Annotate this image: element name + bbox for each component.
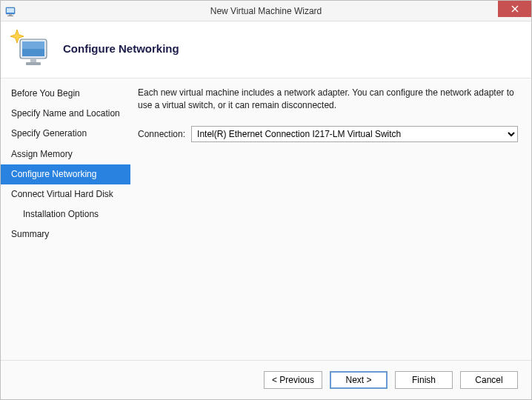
sidebar-item-label: Specify Name and Location: [11, 108, 120, 119]
sidebar-item-assign-memory[interactable]: Assign Memory: [1, 144, 130, 164]
sidebar-item-installation-options[interactable]: Installation Options: [1, 204, 130, 224]
sidebar-item-specify-generation[interactable]: Specify Generation: [1, 124, 130, 144]
footer: < Previous Next > Finish Cancel: [1, 360, 531, 399]
connection-label: Connection:: [138, 129, 185, 139]
finish-button[interactable]: Finish: [395, 371, 453, 389]
svg-rect-1: [7, 8, 14, 13]
sidebar-item-label: Summary: [11, 229, 49, 239]
sidebar-item-specify-name-and-location[interactable]: Specify Name and Location: [1, 104, 130, 124]
sidebar-item-configure-networking[interactable]: Configure Networking: [1, 164, 130, 184]
connection-row: Connection: Intel(R) Ethernet Connection…: [138, 126, 518, 142]
sidebar-item-connect-virtual-hard-disk[interactable]: Connect Virtual Hard Disk: [1, 184, 130, 204]
sidebar-item-label: Connect Virtual Hard Disk: [11, 189, 113, 199]
window-title: New Virtual Machine Wizard: [17, 6, 531, 16]
svg-rect-10: [30, 59, 36, 62]
sidebar-item-label: Configure Networking: [11, 169, 96, 179]
next-button[interactable]: Next >: [330, 371, 388, 389]
titlebar: New Virtual Machine Wizard: [1, 1, 531, 21]
svg-rect-2: [9, 14, 12, 16]
sidebar-item-summary[interactable]: Summary: [1, 224, 130, 244]
svg-rect-11: [26, 62, 41, 65]
cancel-button[interactable]: Cancel: [460, 371, 518, 389]
previous-button[interactable]: < Previous: [264, 371, 322, 389]
sidebar: Before You BeginSpecify Name and Locatio…: [1, 79, 130, 360]
wizard-header: Configure Networking: [1, 21, 531, 79]
description-text: Each new virtual machine includes a netw…: [138, 87, 518, 113]
page-title: Configure Networking: [63, 42, 179, 55]
content-panel: Each new virtual machine includes a netw…: [130, 79, 531, 360]
sidebar-item-label: Specify Generation: [11, 128, 87, 139]
sidebar-item-label: Assign Memory: [11, 149, 73, 159]
svg-rect-9: [22, 41, 44, 49]
close-button[interactable]: [498, 1, 531, 17]
connection-select[interactable]: Intel(R) Ethernet Connection I217-LM Vir…: [191, 126, 518, 142]
app-icon: [5, 5, 17, 17]
wizard-body: Before You BeginSpecify Name and Locatio…: [1, 79, 531, 360]
svg-rect-3: [7, 16, 13, 16]
sidebar-item-label: Before You Begin: [11, 88, 80, 99]
sidebar-item-label: Installation Options: [23, 209, 99, 219]
sidebar-item-before-you-begin[interactable]: Before You Begin: [1, 84, 130, 104]
wizard-icon: [10, 29, 51, 67]
